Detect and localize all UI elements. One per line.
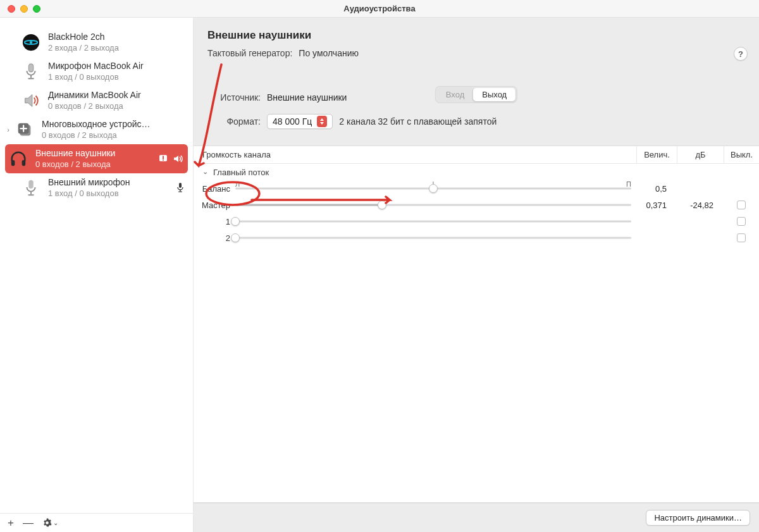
svg-rect-14 [30, 192, 32, 195]
svg-rect-15 [28, 194, 34, 195]
svg-rect-17 [180, 190, 180, 192]
svg-point-2 [30, 41, 33, 44]
chevron-down-icon: ⌄ [53, 520, 58, 526]
svg-point-12 [163, 159, 164, 161]
device-macbook-mic[interactable]: Микрофон MacBook Air 1 вход / 0 выходов [0, 57, 193, 86]
device-detail-panel: Внешние наушники Тактовый генератор: По … [194, 18, 759, 532]
device-status-icons [159, 154, 183, 164]
headphones-icon [8, 148, 29, 170]
device-aggregate[interactable]: › Многовыходное устройс… 0 входов / 2 вы… [0, 115, 193, 144]
device-sub: 2 входа / 2 выхода [48, 43, 119, 53]
disclosure-chevron-icon[interactable]: › [5, 126, 11, 133]
device-name: BlackHole 2ch [48, 32, 119, 43]
svg-rect-3 [28, 64, 34, 72]
device-sidebar: BlackHole 2ch 2 входа / 2 выхода Микрофо… [0, 18, 194, 532]
default-input-icon [175, 182, 185, 194]
device-sub: 1 вход / 0 выходов [48, 189, 130, 199]
detail-footer: Настроить динамики… [194, 503, 759, 532]
sound-output-icon [173, 154, 183, 164]
svg-rect-10 [22, 160, 26, 166]
device-list: BlackHole 2ch 2 входа / 2 выхода Микрофо… [0, 18, 193, 513]
device-external-mic[interactable]: Внешний микрофон 1 вход / 0 выходов [0, 173, 193, 202]
microphone-icon [20, 177, 42, 199]
svg-rect-6 [28, 78, 34, 79]
svg-rect-9 [11, 160, 15, 166]
device-name: Внешний микрофон [48, 177, 130, 189]
aggregate-device-icon [14, 119, 35, 140]
device-sub: 0 входов / 2 выхода [35, 159, 115, 170]
settings-menu-button[interactable]: ⌄ [42, 518, 58, 528]
svg-rect-13 [28, 180, 34, 189]
window-title: Аудиоустройства [0, 4, 759, 13]
svg-rect-16 [179, 183, 182, 188]
device-sub: 1 вход / 0 выходов [48, 72, 144, 82]
device-sub: 0 входов / 2 выхода [48, 101, 141, 111]
svg-point-19 [206, 182, 259, 205]
device-external-headphones[interactable]: Внешние наушники 0 входов / 2 выхода [5, 144, 188, 173]
device-sub: 0 входов / 2 выхода [42, 130, 151, 140]
add-device-button[interactable]: + [8, 517, 14, 528]
annotation-overlay [194, 18, 756, 271]
blackhole-icon [20, 32, 42, 53]
device-name: Микрофон MacBook Air [48, 61, 144, 72]
remove-device-button[interactable]: — [23, 517, 34, 528]
configure-speakers-button[interactable]: Настроить динамики… [646, 510, 750, 526]
window-titlebar: Аудиоустройства [0, 0, 759, 18]
device-blackhole[interactable]: BlackHole 2ch 2 входа / 2 выхода [0, 28, 193, 57]
svg-rect-5 [30, 75, 32, 78]
device-name: Внешние наушники [35, 148, 115, 159]
sidebar-toolbar: + — ⌄ [0, 513, 193, 532]
svg-rect-18 [178, 191, 182, 192]
alert-icon [159, 154, 169, 164]
device-name: Динамики MacBook Air [48, 90, 141, 101]
microphone-icon [20, 61, 42, 82]
device-macbook-speakers[interactable]: Динамики MacBook Air 0 входов / 2 выхода [0, 86, 193, 115]
speaker-icon [20, 90, 42, 111]
device-name: Многовыходное устройс… [42, 119, 151, 130]
